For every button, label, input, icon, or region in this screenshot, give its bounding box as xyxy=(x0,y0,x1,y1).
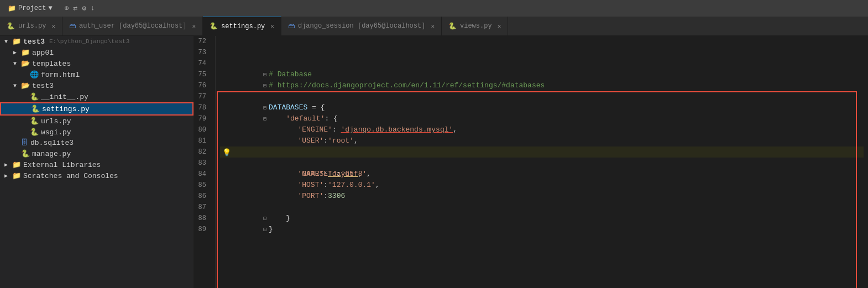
toolbar-icons: ⊕ ⇄ ⚙ ↓ xyxy=(65,4,95,13)
tab-views-label: views.py xyxy=(460,22,492,30)
tab-urls-label: urls.py xyxy=(18,22,46,30)
project-folder-icon: 📁 xyxy=(8,4,16,13)
sidebar-item-form-html[interactable]: 🌐 form.html xyxy=(0,69,194,80)
code-line-73 xyxy=(220,47,864,58)
html-file-icon: 🌐 xyxy=(30,70,39,79)
code-line-83: 'CHARSET':'utf8', xyxy=(220,158,864,169)
tab-settings-icon: 🐍 xyxy=(210,22,218,30)
sidebar-label-wsgi-py: wsgi.py xyxy=(41,128,71,137)
spacer-urls xyxy=(20,117,28,125)
line-num-75: 75 xyxy=(198,69,211,80)
sidebar-path: E:\python_Django\test3 xyxy=(49,38,129,45)
folder-icon-external: 📁 xyxy=(12,160,21,169)
py-file-icon-settings: 🐍 xyxy=(31,104,40,113)
code-line-80: 'USER':'root', xyxy=(220,124,864,135)
sync-icon[interactable]: ⇄ xyxy=(73,4,77,13)
project-label: Project xyxy=(18,4,46,12)
code-line-81: 'PASSWORD':'123', xyxy=(220,135,864,146)
code-line-74: ⊟# Database xyxy=(220,58,864,69)
sidebar-item-test3-sub[interactable]: ▼ 📂 test3 xyxy=(0,80,194,91)
sidebar: ▼ 📁 test3 E:\python_Django\test3 ▶ 📁 app… xyxy=(0,36,194,288)
code-line-75: ⊟# https://docs.djangoproject.com/en/1.1… xyxy=(220,69,864,80)
tab-auth-icon: 🗃 xyxy=(69,22,76,30)
sidebar-item-db-sqlite3[interactable]: 🗄 db.sqlite3 xyxy=(0,138,194,148)
sidebar-item-templates[interactable]: ▼ 📂 templates xyxy=(0,58,194,69)
code-line-78: ⊟ 'default': { xyxy=(220,102,864,113)
code-line-76 xyxy=(220,80,864,91)
tab-session-close[interactable]: ✕ xyxy=(431,23,435,30)
sidebar-item-settings-py[interactable]: 🐍 settings.py xyxy=(0,102,194,116)
py-file-icon-wsgi: 🐍 xyxy=(30,128,39,137)
sidebar-item-urls-py[interactable]: 🐍 urls.py xyxy=(0,116,194,127)
tab-auth-close[interactable]: ✕ xyxy=(192,23,196,30)
code-line-87: ⊟ } xyxy=(220,202,864,213)
tab-views-close[interactable]: ✕ xyxy=(498,23,501,30)
code-line-84: 'HOST':'127.0.0.1', xyxy=(220,169,864,180)
tab-settings-close[interactable]: ✕ xyxy=(270,23,274,30)
folder-icon-scratches: 📁 xyxy=(12,171,21,180)
line-num-78: 78 xyxy=(198,102,211,113)
project-folder-icon: 📁 xyxy=(12,37,21,46)
sidebar-label-test3-sub: test3 xyxy=(32,82,54,90)
tab-bar: 🐍 urls.py ✕ 🗃 auth_user [day65@localhost… xyxy=(0,17,868,36)
py-file-icon-manage: 🐍 xyxy=(21,149,30,158)
folder-icon-app01: 📁 xyxy=(21,48,30,57)
line-num-85: 85 xyxy=(198,180,211,191)
code-area[interactable]: 72 73 74 75 76 77 78 79 80 81 82 83 84 8… xyxy=(194,36,868,288)
line-num-73: 73 xyxy=(198,47,211,58)
sidebar-label-db-sqlite3: db.sqlite3 xyxy=(30,139,74,147)
db-file-icon: 🗄 xyxy=(21,139,28,147)
line-num-82: 82 xyxy=(198,146,211,158)
line-numbers: 72 73 74 75 76 77 78 79 80 81 82 83 84 8… xyxy=(194,36,216,288)
folder-icon-test3-sub: 📂 xyxy=(21,81,30,90)
tab-session-icon: 🗃 xyxy=(288,22,295,30)
tab-views[interactable]: 🐍 views.py ✕ xyxy=(442,17,508,35)
sidebar-label-scratches: Scratches and Consoles xyxy=(23,172,118,180)
line-num-74: 74 xyxy=(198,58,211,69)
sidebar-item-scratches[interactable]: ▶ 📁 Scratches and Consoles xyxy=(0,170,194,181)
tab-auth-user[interactable]: 🗃 auth_user [day65@localhost] ✕ xyxy=(62,17,203,35)
line-num-84: 84 xyxy=(198,169,211,180)
tab-auth-label: auth_user [day65@localhost] xyxy=(79,22,186,30)
tab-views-icon: 🐍 xyxy=(448,22,457,30)
tab-settings[interactable]: 🐍 settings.py ✕ xyxy=(203,17,281,35)
py-file-icon-urls: 🐍 xyxy=(30,117,39,125)
line-num-89: 89 xyxy=(198,224,211,235)
sidebar-label-form-html: form.html xyxy=(41,71,80,79)
line-num-83: 83 xyxy=(198,158,211,169)
new-file-icon[interactable]: ⊕ xyxy=(65,4,69,13)
expand-icon-scratches: ▶ xyxy=(2,172,10,180)
line-num-77: 77 xyxy=(198,91,211,102)
tab-settings-label: settings.py xyxy=(221,23,265,30)
code-line-77: ⊟DATABASES = { xyxy=(220,91,864,102)
expand-icon: ▼ xyxy=(2,38,10,45)
code-line-88: ⊟} xyxy=(220,213,864,224)
bulb-icon[interactable]: 💡 xyxy=(222,148,231,159)
download-icon[interactable]: ↓ xyxy=(91,4,95,13)
expand-icon-templates: ▼ xyxy=(11,60,19,67)
sidebar-item-external-libs[interactable]: ▶ 📁 External Libraries xyxy=(0,159,194,170)
sidebar-label-test3-root: test3 xyxy=(23,38,45,46)
tab-urls-icon: 🐍 xyxy=(7,22,15,30)
tab-django-session[interactable]: 🗃 django_session [day65@localhost] ✕ xyxy=(281,17,442,35)
sidebar-item-test3-root[interactable]: ▼ 📁 test3 E:\python_Django\test3 xyxy=(0,36,194,47)
sidebar-item-wsgi-py[interactable]: 🐍 wsgi.py xyxy=(0,127,194,138)
sidebar-item-app01[interactable]: ▶ 📁 app01 xyxy=(0,47,194,58)
code-line-79: 'ENGINE': 'django.db.backends.mysql', xyxy=(220,113,864,124)
sidebar-label-urls-py: urls.py xyxy=(41,117,71,125)
sidebar-item-manage-py[interactable]: 🐍 manage.py xyxy=(0,148,194,159)
py-file-icon-init: 🐍 xyxy=(30,92,39,101)
sidebar-item-init-py[interactable]: 🐍 __init__.py xyxy=(0,91,194,102)
sidebar-label-manage-py: manage.py xyxy=(32,150,71,158)
tab-urls[interactable]: 🐍 urls.py ✕ xyxy=(0,17,62,35)
spacer xyxy=(20,71,28,78)
tab-session-label: django_session [day65@localhost] xyxy=(298,22,425,30)
settings-icon[interactable]: ⚙ xyxy=(82,4,86,13)
editor: 72 73 74 75 76 77 78 79 80 81 82 83 84 8… xyxy=(194,36,868,288)
line-num-76: 76 xyxy=(198,80,211,91)
code-content[interactable]: ⊟# Database ⊟# https://docs.djangoprojec… xyxy=(216,36,868,288)
tab-urls-close[interactable]: ✕ xyxy=(51,23,55,30)
sidebar-label-init-py: __init__.py xyxy=(41,93,88,101)
project-menu[interactable]: 📁 Project ▼ xyxy=(4,3,56,14)
line-num-72: 72 xyxy=(198,36,211,47)
